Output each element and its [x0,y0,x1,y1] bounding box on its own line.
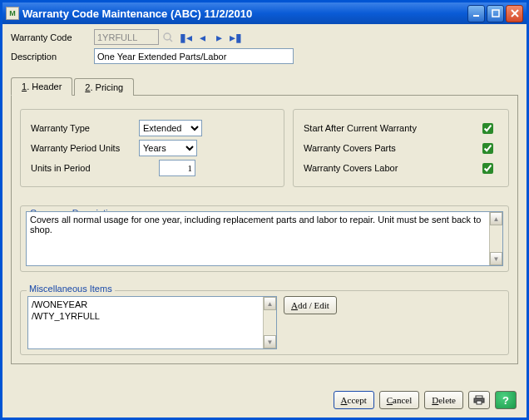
misc-scrollbar[interactable]: ▲ ▼ [263,297,276,348]
minimize-button[interactable] [467,5,485,22]
warranty-type-row: Warranty Type Extended [31,118,274,138]
accept-mn: A [341,395,348,405]
warranty-period-units-select[interactable]: Years [139,140,197,156]
warranty-code-row: Warranty Code 1YRFULL ▮◂ ◂ ▸ ▸▮ [11,29,518,45]
window-title: Warranty Code Maintenance (ABC) 11/2/201… [22,7,466,20]
description-row: Description [11,48,518,64]
svg-line-5 [170,39,172,42]
nav-last-icon[interactable]: ▸▮ [230,31,241,44]
maximize-button[interactable] [487,5,504,22]
cancel-button[interactable]: Cancel [379,391,420,409]
scroll-up-icon[interactable]: ▲ [264,297,276,310]
tab-header-label: . Header [27,82,62,91]
units-in-period-input[interactable] [159,160,195,176]
misc-section: Miscellaneous Items /WONEYEAR /WTY_1YRFU… [20,282,509,355]
footer-buttons: Accept Cancel Delete ? [334,391,517,409]
dialog-window: M Warranty Code Maintenance (ABC) 11/2/2… [0,0,529,420]
description-input[interactable] [94,48,294,64]
tab-pricing-label: . Pricing [90,82,123,92]
lookup-icon[interactable] [161,29,175,45]
nav-prev-icon[interactable]: ◂ [196,31,208,44]
scroll-up-icon[interactable]: ▲ [490,212,502,225]
tab-panel: Warranty Type Extended Warranty Period U… [11,96,518,364]
list-item[interactable]: /WONEYEAR [32,299,260,310]
accept-label: ccept [348,395,367,405]
help-button[interactable]: ? [495,391,517,409]
units-in-period-label: Units in Period [31,163,139,173]
coverage-text: Covers all normal usage for one year, in… [27,212,489,265]
warranty-right-group: Start After Current Warranty Warranty Co… [293,109,509,187]
svg-point-4 [164,33,171,40]
misc-legend: Miscellaneous Items [27,284,115,294]
covers-parts-row: Warranty Covers Parts [304,138,498,158]
covers-labor-checkbox[interactable] [482,163,493,174]
coverage-section: Coverage Description Covers all normal u… [20,197,509,272]
coverage-textarea[interactable]: Covers all normal usage for one year, in… [26,211,503,266]
cancel-mn: C [387,395,393,405]
warranty-type-select[interactable]: Extended [139,120,202,136]
scroll-down-icon[interactable]: ▼ [490,252,502,265]
warranty-code-label: Warranty Code [11,32,94,42]
warranty-period-units-label: Warranty Period Units [31,143,139,153]
titlebar: M Warranty Code Maintenance (ABC) 11/2/2… [2,2,527,24]
close-icon [511,9,519,17]
svg-rect-0 [473,15,479,17]
warranty-period-units-row: Warranty Period Units Years [31,138,274,158]
start-after-row: Start After Current Warranty [304,118,498,138]
printer-icon [473,394,485,406]
warranty-type-label: Warranty Type [31,123,139,133]
minimize-icon [472,9,481,17]
misc-list-content: /WONEYEAR /WTY_1YRFULL [28,297,263,348]
top-panel: Warranty Type Extended Warranty Period U… [20,109,509,187]
svg-rect-8 [477,401,482,404]
svg-rect-1 [492,10,499,17]
app-icon: M [6,7,19,20]
warranty-left-group: Warranty Type Extended Warranty Period U… [20,109,284,187]
covers-parts-label: Warranty Covers Parts [304,143,396,153]
help-icon: ? [502,394,509,407]
nav-first-icon[interactable]: ▮◂ [180,31,191,44]
print-button[interactable] [468,391,490,409]
covers-labor-label: Warranty Covers Labor [304,163,398,173]
add-edit-button[interactable]: Add / Edit [284,296,337,314]
warranty-code-field: 1YRFULL [94,29,159,45]
scroll-down-icon[interactable]: ▼ [264,335,276,348]
record-nav: ▮◂ ◂ ▸ ▸▮ [180,31,241,44]
add-edit-mnemonic: A [291,300,298,310]
tab-header[interactable]: 1. Header [11,77,72,96]
description-label: Description [11,52,94,62]
close-button[interactable] [506,5,523,22]
list-item[interactable]: /WTY_1YRFULL [32,310,260,322]
accept-button[interactable]: Accept [334,391,374,409]
delete-label: elete [438,395,456,405]
add-edit-label: dd / Edit [298,300,329,310]
coverage-scrollbar[interactable]: ▲ ▼ [489,212,502,265]
cancel-label: ancel [393,395,412,405]
maximize-icon [492,9,500,17]
units-in-period-row: Units in Period [31,158,274,178]
content-area: Warranty Code 1YRFULL ▮◂ ◂ ▸ ▸▮ Descript… [2,24,527,373]
covers-parts-checkbox[interactable] [482,143,493,154]
nav-next-icon[interactable]: ▸ [213,31,225,44]
start-after-checkbox[interactable] [482,123,493,134]
misc-listbox[interactable]: /WONEYEAR /WTY_1YRFULL ▲ ▼ [27,296,277,349]
tab-strip: 1. Header 2. Pricing [11,77,518,96]
covers-labor-row: Warranty Covers Labor [304,158,498,178]
start-after-label: Start After Current Warranty [304,123,417,133]
tab-pricing[interactable]: 2. Pricing [74,78,134,96]
delete-button[interactable]: Delete [424,391,463,409]
